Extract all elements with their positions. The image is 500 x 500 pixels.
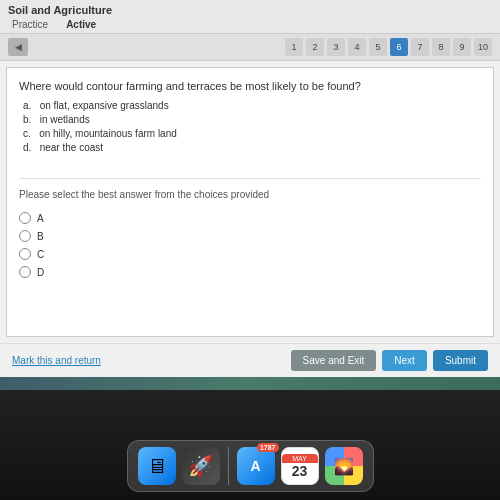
radio-a[interactable] xyxy=(19,212,31,224)
choice-c-letter: c. xyxy=(23,128,36,139)
dock-photos-icon[interactable]: 🌄 xyxy=(325,447,363,485)
app-title: Soil and Agriculture xyxy=(8,4,492,16)
choice-c: c. on hilly, mountainous farm land xyxy=(19,128,481,139)
radio-option-b[interactable]: B xyxy=(19,230,481,242)
title-bar: Soil and Agriculture Practice Active xyxy=(0,0,500,34)
dock-finder-icon[interactable]: 🖥 xyxy=(138,447,176,485)
radio-option-a[interactable]: A xyxy=(19,212,481,224)
choice-b-text: in wetlands xyxy=(40,114,90,125)
choices-list: a. on flat, expansive grasslands b. in w… xyxy=(19,100,481,156)
content-area: Where would contour farming and terraces… xyxy=(6,67,494,337)
desktop: Soil and Agriculture Practice Active ◀ 1… xyxy=(0,0,500,390)
radio-b-label: B xyxy=(37,231,44,242)
choice-b: b. in wetlands xyxy=(19,114,481,125)
tab-active[interactable]: Active xyxy=(62,18,100,31)
q-num-2[interactable]: 2 xyxy=(306,38,324,56)
radio-option-d[interactable]: D xyxy=(19,266,481,278)
choice-a-text: on flat, expansive grasslands xyxy=(40,100,169,111)
divider xyxy=(19,178,481,179)
radio-d[interactable] xyxy=(19,266,31,278)
choice-d-text: near the coast xyxy=(40,142,103,153)
q-num-5[interactable]: 5 xyxy=(369,38,387,56)
dock-separator xyxy=(228,447,229,485)
q-num-1[interactable]: 1 xyxy=(285,38,303,56)
choice-b-letter: b. xyxy=(23,114,37,125)
q-num-7[interactable]: 7 xyxy=(411,38,429,56)
tab-practice[interactable]: Practice xyxy=(8,18,52,31)
save-exit-button[interactable]: Save and Exit xyxy=(291,350,377,371)
instruction-text: Please select the best answer from the c… xyxy=(19,189,481,200)
q-num-6[interactable]: 6 xyxy=(390,38,408,56)
q-num-9[interactable]: 9 xyxy=(453,38,471,56)
nav-prev-icon[interactable]: ◀ xyxy=(8,38,28,56)
choice-a-letter: a. xyxy=(23,100,37,111)
bottom-bar: Mark this and return Save and Exit Next … xyxy=(0,343,500,377)
q-num-4[interactable]: 4 xyxy=(348,38,366,56)
dock-calendar-icon[interactable]: MAY 23 xyxy=(281,447,319,485)
question-text: Where would contour farming and terraces… xyxy=(19,80,481,92)
q-num-10[interactable]: 10 xyxy=(474,38,492,56)
dock-appstore-badge: 1787 xyxy=(257,443,279,452)
choice-c-text: on hilly, mountainous farm land xyxy=(39,128,177,139)
app-window: Soil and Agriculture Practice Active ◀ 1… xyxy=(0,0,500,370)
dock-calendar-date: 23 xyxy=(292,463,308,479)
q-num-8[interactable]: 8 xyxy=(432,38,450,56)
choice-d-letter: d. xyxy=(23,142,37,153)
dock-appstore-icon[interactable]: A 1787 xyxy=(237,447,275,485)
radio-d-label: D xyxy=(37,267,44,278)
choice-d: d. near the coast xyxy=(19,142,481,153)
radio-options: A B C D xyxy=(19,212,481,278)
next-button[interactable]: Next xyxy=(382,350,427,371)
question-nav: ◀ 1 2 3 4 5 6 7 8 9 10 xyxy=(0,34,500,61)
radio-option-c[interactable]: C xyxy=(19,248,481,260)
q-num-3[interactable]: 3 xyxy=(327,38,345,56)
submit-button[interactable]: Submit xyxy=(433,350,488,371)
radio-c[interactable] xyxy=(19,248,31,260)
dock-launchpad-icon[interactable]: 🚀 xyxy=(182,447,220,485)
radio-b[interactable] xyxy=(19,230,31,242)
radio-a-label: A xyxy=(37,213,44,224)
radio-c-label: C xyxy=(37,249,44,260)
mark-return-link[interactable]: Mark this and return xyxy=(12,355,101,366)
choice-a: a. on flat, expansive grasslands xyxy=(19,100,481,111)
dock-area: 🖥 🚀 A 1787 MAY 23 🌄 xyxy=(0,390,500,500)
dock: 🖥 🚀 A 1787 MAY 23 🌄 xyxy=(127,440,374,492)
tab-bar: Practice Active xyxy=(8,18,492,31)
